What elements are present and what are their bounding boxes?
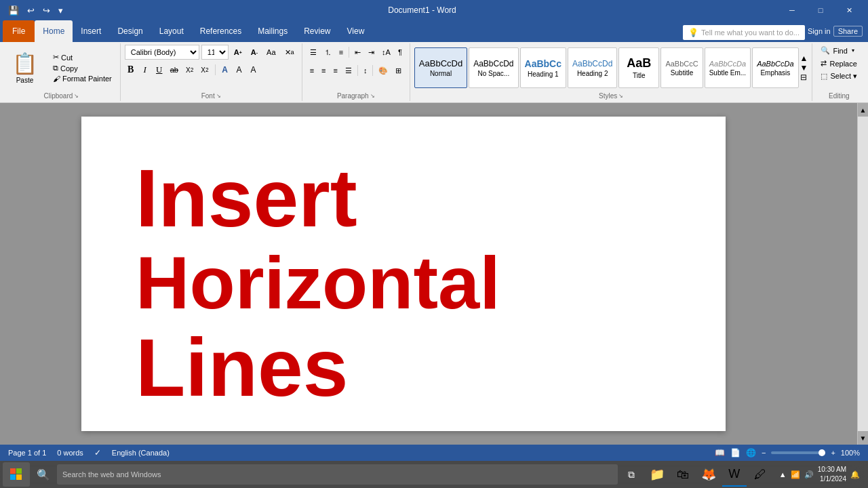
- line-spacing-button[interactable]: ↕: [360, 63, 371, 78]
- share-button[interactable]: Share: [833, 26, 863, 37]
- style-heading1[interactable]: AaBbCc Heading 1: [520, 47, 566, 88]
- styles-expand[interactable]: ⊟: [800, 73, 808, 82]
- show-formatting-button[interactable]: ¶: [395, 45, 406, 60]
- sort-button[interactable]: ↕A: [378, 45, 394, 60]
- highlight-color-button[interactable]: A: [233, 63, 245, 77]
- tab-review[interactable]: Review: [296, 20, 338, 42]
- language-info[interactable]: English (Canada): [112, 449, 170, 457]
- align-center-button[interactable]: ≡: [318, 63, 329, 78]
- scrollbar-vertical[interactable]: ▲ ▼: [857, 103, 868, 445]
- sign-in-button[interactable]: Sign in: [808, 27, 831, 35]
- tab-mailings[interactable]: Mailings: [250, 20, 296, 42]
- style-normal[interactable]: AaBbCcDd Normal: [414, 47, 467, 88]
- file-explorer-taskbar[interactable]: 📁: [645, 462, 669, 487]
- proofing-icon[interactable]: ✓: [94, 448, 101, 458]
- find-button[interactable]: 🔍 Find ▾: [816, 45, 861, 56]
- grow-font-button[interactable]: A+: [231, 45, 245, 60]
- increase-indent-button[interactable]: ⇥: [365, 45, 378, 60]
- style-subtitle[interactable]: AaBbCcC Subtitle: [660, 47, 703, 88]
- store-taskbar[interactable]: 🛍: [671, 462, 695, 487]
- justify-button[interactable]: ☰: [342, 63, 355, 78]
- close-button[interactable]: ✕: [835, 0, 863, 20]
- scroll-up-button[interactable]: ▲: [858, 103, 868, 117]
- align-right-button[interactable]: ≡: [330, 63, 341, 78]
- select-button[interactable]: ⬚ Select ▾: [816, 70, 861, 82]
- minimize-button[interactable]: ─: [778, 0, 806, 20]
- underline-button[interactable]: U: [153, 63, 165, 77]
- tab-home[interactable]: Home: [35, 20, 73, 42]
- cut-button[interactable]: ✂ Cut: [50, 52, 115, 62]
- document-page[interactable]: Insert Horizontal Lines: [81, 117, 726, 431]
- zoom-out-button[interactable]: −: [762, 449, 766, 457]
- tab-layout[interactable]: Layout: [151, 20, 192, 42]
- style-title[interactable]: AaB Title: [618, 47, 659, 88]
- taskbar-search-bar[interactable]: Search the web and Windows: [57, 464, 618, 485]
- numbering-button[interactable]: ⒈: [321, 45, 335, 60]
- decrease-indent-button[interactable]: ⇤: [351, 45, 364, 60]
- search-taskbar-button[interactable]: 🔍: [31, 462, 56, 487]
- tell-me-input[interactable]: Tell me what you want to do...: [701, 28, 800, 37]
- tell-me-bar[interactable]: 💡 Tell me what you want to do...: [683, 25, 805, 40]
- other-app-taskbar[interactable]: 🖊: [748, 462, 772, 487]
- clear-formatting-button[interactable]: ✕a: [281, 45, 298, 60]
- notifications-icon[interactable]: 🔔: [850, 470, 860, 479]
- scroll-down-button[interactable]: ▼: [858, 431, 868, 445]
- document-scroll[interactable]: Insert Horizontal Lines: [0, 103, 857, 445]
- save-icon[interactable]: 💾: [5, 4, 22, 17]
- subscript-button[interactable]: X2: [183, 63, 196, 77]
- firefox-taskbar[interactable]: 🦊: [696, 462, 721, 487]
- styles-scroll-down[interactable]: ▼: [800, 63, 808, 73]
- zoom-in-button[interactable]: +: [831, 449, 835, 457]
- bullets-button[interactable]: ☰: [307, 45, 320, 60]
- paragraph-expand-icon[interactable]: ↘: [370, 93, 375, 99]
- read-mode-icon[interactable]: 📖: [715, 448, 725, 458]
- shading-button[interactable]: 🎨: [375, 63, 391, 78]
- tab-insert[interactable]: Insert: [73, 20, 109, 42]
- tray-icons[interactable]: ▲: [779, 470, 787, 479]
- format-painter-button[interactable]: 🖌 Format Painter: [50, 74, 115, 83]
- tab-file[interactable]: File: [3, 20, 35, 42]
- multilevel-list-button[interactable]: ≡: [336, 45, 347, 60]
- shrink-font-button[interactable]: A-: [248, 45, 261, 60]
- font-size-select[interactable]: 11: [201, 45, 229, 60]
- italic-button[interactable]: I: [139, 63, 151, 77]
- borders-button[interactable]: ⊞: [392, 63, 405, 78]
- copy-button[interactable]: ⧉ Copy: [50, 63, 115, 73]
- replace-button[interactable]: ⇄ Replace: [816, 58, 861, 69]
- volume-icon[interactable]: 🔊: [804, 470, 814, 479]
- tab-view[interactable]: View: [339, 20, 373, 42]
- find-dropdown[interactable]: ▾: [852, 47, 854, 54]
- word-taskbar[interactable]: W: [722, 462, 747, 487]
- tab-references[interactable]: References: [192, 20, 250, 42]
- network-icon[interactable]: 📶: [791, 470, 800, 479]
- print-layout-icon[interactable]: 📄: [730, 448, 741, 458]
- task-view-button[interactable]: ⧉: [619, 462, 644, 487]
- zoom-slider[interactable]: [771, 451, 825, 454]
- font-expand-icon[interactable]: ↘: [216, 93, 221, 99]
- styles-scroll-up[interactable]: ▲: [800, 54, 808, 63]
- zoom-percent[interactable]: 100%: [841, 449, 860, 457]
- clock[interactable]: 10:30 AM 1/1/2024: [818, 465, 846, 484]
- undo-icon[interactable]: ↩: [24, 4, 37, 17]
- change-case-button[interactable]: Aa: [263, 45, 279, 60]
- text-effects-button[interactable]: A: [219, 63, 231, 77]
- start-button[interactable]: [3, 462, 30, 487]
- superscript-button[interactable]: X2: [198, 63, 211, 77]
- redo-icon[interactable]: ↪: [40, 4, 53, 17]
- font-color-button[interactable]: A: [248, 63, 260, 77]
- style-emphasis[interactable]: AaBbCcDa Emphasis: [752, 47, 798, 88]
- tab-design[interactable]: Design: [109, 20, 151, 42]
- styles-expand-icon[interactable]: ↘: [618, 93, 623, 99]
- strikethrough-button[interactable]: ab: [167, 63, 181, 77]
- paste-button[interactable]: 📋 Paste: [7, 49, 43, 87]
- customize-qat-icon[interactable]: ▾: [56, 4, 66, 17]
- clipboard-expand-icon[interactable]: ↘: [74, 93, 79, 99]
- style-subtle-emphasis[interactable]: AaBbCcDa Subtle Em...: [705, 47, 751, 88]
- web-layout-icon[interactable]: 🌐: [746, 448, 756, 458]
- style-no-spacing[interactable]: AaBbCcDd No Spac...: [469, 47, 518, 88]
- font-family-select[interactable]: Calibri (Body): [125, 45, 199, 60]
- maximize-button[interactable]: □: [807, 0, 834, 20]
- align-left-button[interactable]: ≡: [307, 63, 317, 78]
- style-heading2[interactable]: AaBbCcDd Heading 2: [568, 47, 617, 88]
- bold-button[interactable]: B: [125, 63, 137, 77]
